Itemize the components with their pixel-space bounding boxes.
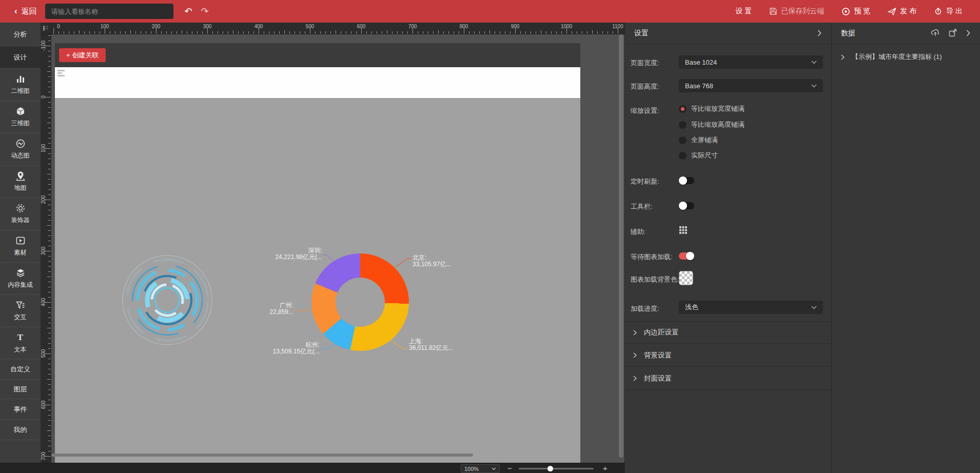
zoom-in-button[interactable]: + [603,463,607,473]
settings-collapse-chevron-icon[interactable] [815,28,824,37]
sidebar-item-design[interactable]: 设计 [0,46,41,69]
page-height-label: 页面高度: [631,82,659,91]
horizontal-scrollbar[interactable] [51,452,624,458]
ruler-tick [48,230,51,231]
sidebar-item-layers[interactable]: 图层 [0,380,41,399]
sidebar-item-label: 事件 [14,405,27,414]
publish-button[interactable]: 发 布 [888,7,916,16]
data-collapse-chevron-icon[interactable] [964,28,973,37]
sidebar-item-3d-charts[interactable]: 三维图 [0,101,41,133]
page-width-label: 页面宽度: [631,58,659,68]
sidebar-item-label: 装饰器 [11,216,30,225]
section-label: 背景设置 [644,351,672,360]
ruler-tick [572,31,572,34]
ruler-tick [110,31,110,34]
ruler-tick [269,31,269,34]
sidebar-item-analysis[interactable]: 分析 [0,23,41,46]
ruler-tick [48,369,51,369]
settings-menu-button[interactable]: 设 置 [735,7,752,16]
horizontal-scrollbar-thumb[interactable] [51,454,473,457]
zoom-slider-knob[interactable] [547,466,553,471]
upload-dataset-icon[interactable] [931,28,940,37]
vertical-scrollbar[interactable] [619,34,623,458]
ruler-tick [428,31,428,34]
radio-scale-width-fill[interactable]: 等比缩放宽度铺满 [679,105,744,113]
radio-actual-size[interactable]: 实际尺寸 [679,151,718,160]
back-button[interactable]: ‹ 返回 [14,0,37,23]
zoom-level-select[interactable]: 100% [461,464,500,473]
sidebar-item-label: 地图 [14,184,27,192]
donut-chart[interactable] [311,253,409,351]
ruler-tick [577,31,577,34]
section-background-settings[interactable]: 背景设置 [625,344,832,367]
ruler-tick [48,66,51,67]
ruler-tick [48,425,51,426]
ruler-tick [243,31,244,34]
sidebar-item-dynamic-charts[interactable]: 动态图 [0,133,41,166]
ruler-tick [48,51,51,51]
page-height-select[interactable]: Base 768 [679,79,823,92]
board-name-input[interactable] [45,4,173,19]
dataset-tree-item[interactable]: 【示例】城市年度主要指标 (1) [832,49,980,65]
drag-handle-icon[interactable] [57,69,65,77]
assist-grid-icon[interactable] [679,226,688,234]
ruler-tick [48,189,51,190]
tech-ring-decoration[interactable] [121,253,214,347]
ruler-tick [228,31,228,34]
canvas-area[interactable]: + 创建关联 [51,34,624,463]
ruler-tick [484,31,485,34]
ruler-icon [43,25,49,31]
ruler-tick [47,71,51,72]
sidebar-item-2d-charts[interactable]: 二维图 [0,69,41,101]
saved-to-cloud-status: 已保存到云端 [769,7,824,16]
section-padding-settings[interactable]: 内边距设置 [625,321,832,344]
undo-icon[interactable]: ↶ [183,6,194,17]
preview-button[interactable]: 预 览 [841,7,870,16]
sidebar-item-interaction[interactable]: 交互 [0,295,41,327]
export-dataset-icon[interactable] [948,28,957,37]
radio-fullscreen-fill[interactable]: 全屏铺满 [679,136,718,144]
sidebar-item-map[interactable]: 地图 [0,166,41,198]
topbar-actions: 设 置 已保存到云端 预 览 发 布 导 出 [735,0,980,23]
sidebar-item-text[interactable]: T 文本 [0,327,41,359]
ruler-tick [48,41,51,41]
settings-panel-header: 设置 [625,23,831,44]
radio-scale-height-fill[interactable]: 等比缩放高度铺满 [679,121,744,129]
ruler-number: 1000 [556,24,577,29]
ruler-tick [489,30,490,34]
loading-progress-select[interactable]: 浅色 [679,301,823,314]
section-cover-settings[interactable]: 封面设置 [625,367,832,390]
sidebar-item-custom[interactable]: 自定义 [0,359,41,380]
sidebar-item-media[interactable]: 素材 [0,230,41,263]
ruler-tick [48,128,51,128]
timed-refresh-toggle[interactable] [679,177,694,184]
ruler-tick [48,395,51,395]
toolbar-toggle[interactable] [679,202,694,209]
chevron-right-icon [841,54,845,60]
ruler-tick [100,31,100,34]
leader-line-hangzhou [321,344,336,349]
ruler-tick [48,184,51,185]
ruler-tick [223,31,223,34]
redo-icon[interactable]: ↷ [199,6,210,17]
export-button[interactable]: 导 出 [934,7,963,16]
sidebar-item-content-integration[interactable]: 内容集成 [0,263,41,295]
ruler-tick [366,31,367,34]
sidebar-item-decorator[interactable]: 装饰器 [0,198,41,230]
ruler-tick [495,31,495,34]
vertical-scrollbar-thumb[interactable] [619,34,623,458]
wait-chart-loading-toggle[interactable] [679,252,694,260]
create-link-button[interactable]: + 创建关联 [59,48,106,62]
ruler-tick [346,31,346,34]
zoom-slider-track[interactable] [519,468,594,469]
sidebar-item-events[interactable]: 事件 [0,399,41,420]
ruler-number: 1100 [607,24,624,29]
zoom-out-button[interactable]: − [507,463,512,473]
sidebar-item-mine[interactable]: 我的 [0,420,41,440]
chart-loading-bg-swatch[interactable] [679,271,693,285]
export-label: 导 出 [946,7,963,16]
back-chevron-icon: ‹ [14,6,17,16]
ruler-tick [238,31,239,34]
page-height-value: Base 768 [685,82,713,90]
page-width-select[interactable]: Base 1024 [679,55,823,69]
